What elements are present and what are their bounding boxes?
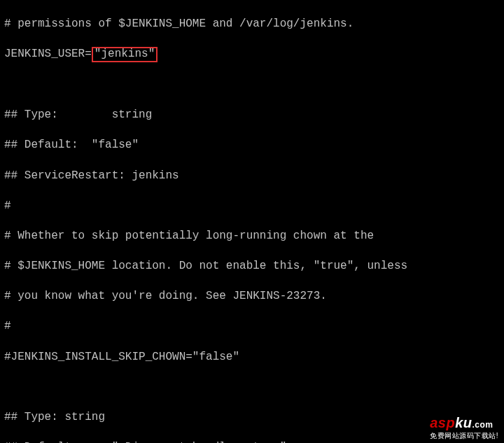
config-commented-assignment: #JENKINS_INSTALL_SKIP_CHOWN="false": [4, 350, 500, 365]
config-comment-line: #: [4, 319, 500, 335]
blank-line: [4, 78, 500, 93]
config-comment-line: # $JENKINS_HOME location. Do not enable …: [4, 259, 500, 274]
config-comment-line: # you know what you're doing. See JENKIN…: [4, 289, 500, 304]
config-key: JENKINS_USER=: [4, 48, 92, 60]
config-comment-line: ## Default: "false": [4, 138, 500, 153]
config-comment-line: ## Type: string: [4, 410, 500, 426]
config-comment-line: # permissions of $JENKINS_HOME and /var/…: [4, 17, 500, 32]
config-comment-line: #: [4, 199, 500, 214]
config-comment-line: ## Type: string: [4, 108, 500, 123]
config-comment-line: # Whether to skip potentially long-runni…: [4, 229, 500, 244]
watermark-asp: asp: [430, 415, 455, 430]
blank-line: [4, 380, 500, 395]
config-comment-line: ## ServiceRestart: jenkins: [4, 169, 500, 184]
watermark-com: .com: [472, 420, 493, 430]
config-assignment-jenkins-user: JENKINS_USER="jenkins": [4, 47, 500, 63]
highlight-box-jenkins-user: "jenkins": [92, 47, 158, 63]
watermark: aspku.com 免费网站源码下载站!: [430, 414, 498, 441]
terminal-viewport[interactable]: # permissions of $JENKINS_HOME and /var/…: [0, 0, 504, 443]
watermark-sub: 免费网站源码下载站!: [430, 431, 498, 441]
watermark-ku: ku: [455, 415, 472, 430]
config-comment-line: ## Default: "-Djava.awt.headless=true": [4, 440, 500, 443]
